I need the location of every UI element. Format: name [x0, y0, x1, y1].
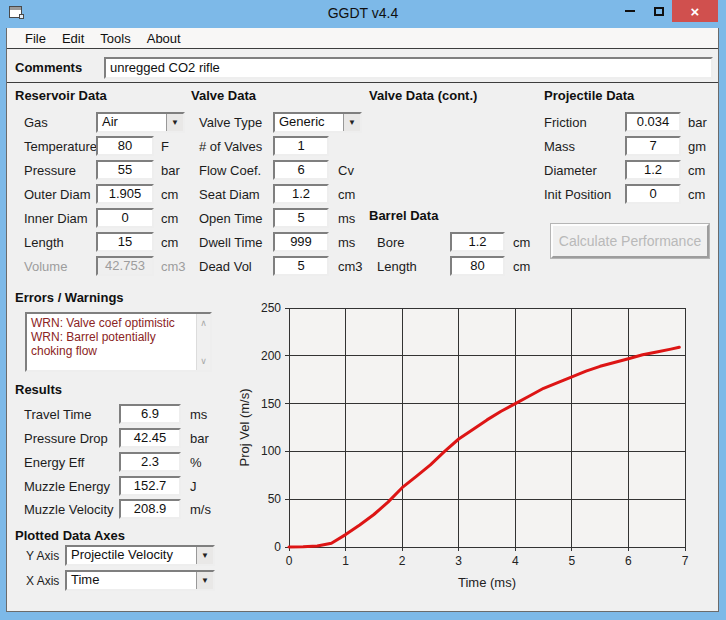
init-position-unit: cm [688, 187, 705, 202]
inner-diam-input[interactable]: 0 [96, 208, 154, 228]
comments-input[interactable]: unregged CO2 rifle [104, 57, 713, 79]
num-valves-input[interactable]: 1 [273, 136, 329, 156]
maximize-button[interactable] [646, 0, 672, 22]
velocity-chart: 01234567050100150200250Time (ms)Proj Vel… [231, 295, 721, 611]
valve-type-value: Generic [279, 114, 325, 129]
energy-eff-label: Energy Eff [24, 455, 84, 470]
pressure-input[interactable]: 55 [96, 160, 154, 180]
gas-label: Gas [24, 115, 48, 130]
pressure-unit: bar [161, 163, 180, 178]
muzzle-velocity-output: 208.9 [119, 499, 181, 519]
gas-select[interactable]: Air▼ [96, 112, 185, 133]
dwell-time-input[interactable]: 999 [273, 232, 329, 252]
reservoir-length-input[interactable]: 15 [96, 232, 154, 252]
open-time-unit: ms [338, 211, 355, 226]
menu-file[interactable]: File [17, 29, 54, 48]
bore-label: Bore [377, 235, 404, 250]
seat-diam-input[interactable]: 1.2 [273, 184, 329, 204]
window-content: File Edit Tools About Comments unregged … [6, 28, 719, 612]
scroll-down-icon[interactable]: ∨ [197, 354, 210, 368]
friction-input[interactable]: 0.034 [625, 112, 681, 132]
diameter-input[interactable]: 1.2 [625, 160, 681, 180]
menu-bar: File Edit Tools About [7, 28, 718, 49]
comments-label: Comments [15, 60, 82, 75]
close-button[interactable]: × [672, 0, 718, 22]
muzzle-energy-label: Muzzle Energy [24, 479, 110, 494]
temperature-unit: F [161, 139, 169, 154]
travel-time-output: 6.9 [119, 404, 181, 424]
warning-line: WRN: Valve coef optimistic [31, 316, 192, 330]
muzzle-energy-output: 152.7 [119, 476, 181, 496]
friction-label: Friction [544, 115, 587, 130]
friction-unit: bar [688, 115, 707, 130]
chart-svg: 01234567050100150200250Time (ms)Proj Vel… [231, 295, 721, 611]
seat-diam-unit: cm [338, 187, 355, 202]
y-axis-select[interactable]: Projectile Velocity▼ [65, 545, 215, 566]
seat-diam-label: Seat Diam [199, 187, 260, 202]
init-position-label: Init Position [544, 187, 611, 202]
dropdown-arrow-icon: ▼ [166, 114, 183, 131]
diameter-unit: cm [688, 163, 705, 178]
svg-text:50: 50 [268, 492, 282, 506]
svg-text:2: 2 [399, 554, 406, 568]
x-axis-select[interactable]: Time▼ [65, 570, 215, 591]
valve-type-label: Valve Type [199, 115, 262, 130]
menu-edit[interactable]: Edit [54, 29, 92, 48]
svg-text:5: 5 [569, 554, 576, 568]
temperature-input[interactable]: 80 [96, 136, 154, 156]
svg-text:3: 3 [455, 554, 462, 568]
dead-vol-input[interactable]: 5 [273, 256, 329, 276]
outer-diam-unit: cm [161, 187, 178, 202]
diameter-label: Diameter [544, 163, 597, 178]
title-bar: GGDT v4.4 × [0, 0, 726, 28]
svg-text:0: 0 [286, 554, 293, 568]
svg-text:4: 4 [512, 554, 519, 568]
volume-label: Volume [24, 259, 67, 274]
flow-coef-unit: Cv [338, 163, 354, 178]
section-projectile-data: Projectile Data [544, 88, 634, 103]
inner-diam-label: Inner Diam [24, 211, 88, 226]
section-valve-data-cont: Valve Data (cont.) [369, 88, 477, 103]
svg-text:7: 7 [682, 554, 689, 568]
svg-text:Time (ms): Time (ms) [458, 575, 516, 590]
section-valve-data: Valve Data [191, 88, 256, 103]
inner-diam-unit: cm [161, 211, 178, 226]
section-barrel-data: Barrel Data [369, 208, 438, 223]
warning-line: WRN: Barrel potentially choking flow [31, 330, 192, 358]
init-position-input[interactable]: 0 [625, 184, 681, 204]
scrollbar[interactable]: ∧∨ [196, 314, 210, 370]
reservoir-length-unit: cm [161, 235, 178, 250]
pressure-drop-unit: bar [190, 431, 209, 446]
dead-vol-label: Dead Vol [199, 259, 252, 274]
x-axis-label: X Axis [26, 574, 59, 588]
barrel-length-label: Length [377, 259, 417, 274]
open-time-label: Open Time [199, 211, 263, 226]
svg-text:1: 1 [342, 554, 349, 568]
travel-time-label: Travel Time [24, 407, 91, 422]
close-icon: × [691, 3, 700, 20]
app-window: GGDT v4.4 × File Edit Tools About Commen… [0, 0, 726, 620]
minimize-icon [625, 10, 635, 12]
flow-coef-input[interactable]: 6 [273, 160, 329, 180]
dwell-time-label: Dwell Time [199, 235, 263, 250]
mass-input[interactable]: 7 [625, 136, 681, 156]
calculate-performance-button[interactable]: Calculate Performance [551, 224, 709, 258]
minimize-button[interactable] [616, 0, 644, 22]
energy-eff-unit: % [190, 455, 202, 470]
scroll-up-icon[interactable]: ∧ [197, 316, 210, 330]
outer-diam-input[interactable]: 1.905 [96, 184, 154, 204]
menu-tools[interactable]: Tools [92, 29, 138, 48]
svg-text:Proj Vel (m/s): Proj Vel (m/s) [237, 388, 252, 466]
barrel-length-input[interactable]: 80 [450, 256, 505, 276]
svg-text:200: 200 [261, 349, 281, 363]
y-axis-value: Projectile Velocity [71, 547, 173, 562]
muzzle-velocity-label: Muzzle Velocity [24, 502, 114, 517]
reservoir-length-label: Length [24, 235, 64, 250]
valve-type-select[interactable]: Generic▼ [273, 112, 362, 133]
bore-input[interactable]: 1.2 [450, 232, 505, 252]
menu-about[interactable]: About [139, 29, 189, 48]
muzzle-velocity-unit: m/s [190, 502, 211, 517]
svg-text:0: 0 [274, 540, 281, 554]
open-time-input[interactable]: 5 [273, 208, 329, 228]
errors-warnings-box[interactable]: WRN: Valve coef optimistic WRN: Barrel p… [25, 312, 212, 372]
